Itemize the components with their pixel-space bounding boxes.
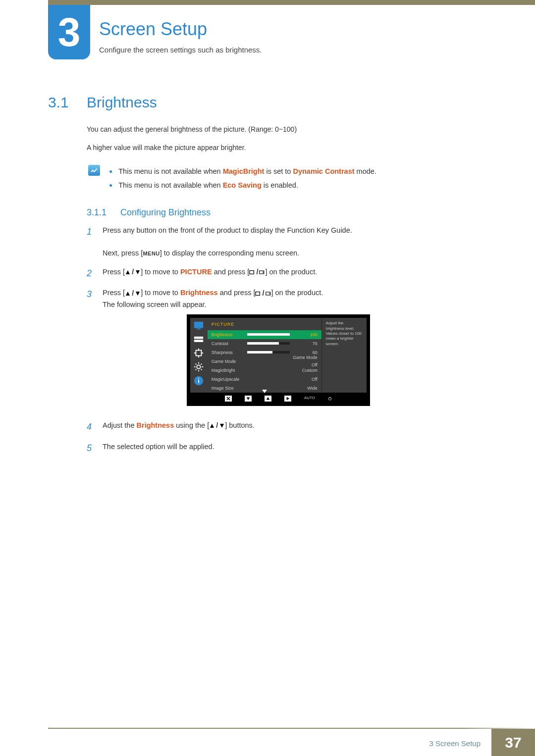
paragraph-brighter: A higher value will make the picture app… [87, 144, 500, 151]
osd-header: PICTURE [208, 318, 321, 330]
osd-row: MagicUpscaleOff [208, 375, 321, 384]
top-border [48, 0, 535, 5]
osd-side-color-icon [193, 335, 204, 344]
osd-power-icon [328, 397, 332, 401]
svg-marker-19 [267, 397, 269, 400]
svg-point-13 [197, 365, 201, 369]
osd-row-value-wrap: Custom [247, 367, 318, 374]
step-number: 3 [87, 287, 94, 412]
osd-side-picture-icon [193, 321, 204, 330]
osd-right-icon [284, 396, 291, 402]
osd-close-icon [225, 396, 232, 402]
svg-rect-22 [330, 397, 330, 398]
osd-scroll-down-icon [262, 390, 267, 394]
chapter-number: 3 [58, 12, 81, 52]
up-down-icon: / [209, 420, 225, 431]
step-number: 4 [87, 420, 94, 434]
svg-marker-0 [126, 270, 130, 274]
osd-row-label: Brightness [212, 331, 247, 338]
svg-rect-6 [256, 292, 260, 295]
up-down-icon: / [125, 288, 141, 299]
note-list: ● This menu is not available when MagicB… [109, 165, 500, 192]
svg-rect-9 [197, 329, 201, 330]
enter-source-icon: / [249, 266, 265, 278]
note-item: ● This menu is not available when Eco Sa… [109, 179, 500, 193]
osd-bottom-bar: AUTO [190, 393, 367, 403]
svg-marker-23 [210, 424, 214, 428]
osd-up-icon [265, 396, 271, 402]
svg-marker-24 [220, 424, 224, 428]
svg-rect-8 [194, 322, 203, 328]
bullet-icon: ● [109, 180, 112, 194]
osd-row-label: Sharpness [212, 349, 247, 356]
step-body: Press [/] to move to PICTURE and press [… [103, 266, 317, 281]
osd-row: Brightness100 [208, 330, 321, 339]
osd-row-value-wrap: Wide [247, 385, 318, 392]
step-item: 4 Adjust the Brightness using the [/] bu… [87, 420, 500, 434]
osd-row-label: Image Size [212, 385, 247, 392]
note-text: This menu is not available when Eco Savi… [118, 179, 298, 193]
osd-sidebar [190, 318, 208, 392]
osd-row: Contrast75 [208, 339, 321, 348]
step-body: Press any button on the front of the pro… [103, 225, 352, 259]
paragraph-range: You can adjust the general brightness of… [87, 125, 500, 133]
osd-row-label: MagicBright [212, 367, 247, 374]
osd-side-settings-icon [193, 362, 204, 371]
svg-marker-18 [247, 397, 250, 400]
osd-bar [247, 342, 290, 345]
osd-rows: Brightness100Contrast75Sharpness60Game M… [208, 330, 321, 393]
osd-row-value-wrap: 75 [247, 340, 318, 347]
footer-chapter-label: 3 Screen Setup [429, 739, 481, 748]
chapter-badge: 3 [48, 5, 90, 59]
svg-rect-16 [198, 378, 199, 379]
bullet-icon: ● [109, 166, 112, 180]
steps-list: 1 Press any button on the front of the p… [87, 225, 500, 462]
step-body: The selected option will be applied. [103, 441, 214, 455]
section-number: 3.1 [48, 94, 69, 111]
osd-side-size-icon [193, 349, 204, 357]
up-down-icon: / [125, 266, 141, 278]
osd-screenshot: PICTURE Brightness100Contrast75Sharpness… [187, 314, 370, 405]
osd-row-value: 100 [293, 331, 318, 338]
step-item: 3 Press [/] to move to Brightness and pr… [87, 287, 500, 412]
osd-row: MagicBrightCustom [208, 366, 321, 375]
osd-side-info-icon [193, 376, 204, 385]
svg-marker-4 [126, 292, 130, 296]
step-body: Press [/] to move to Brightness and pres… [103, 287, 370, 412]
osd-auto-label: AUTO [304, 395, 315, 402]
osd-row-value-wrap: Off [247, 376, 318, 383]
footer-divider [48, 728, 535, 729]
osd-row-value: Custom [293, 367, 318, 374]
svg-marker-5 [136, 292, 140, 296]
step-number: 1 [87, 225, 94, 259]
svg-rect-11 [194, 340, 203, 342]
menu-key-label: MENU [143, 251, 160, 256]
step-item: 1 Press any button on the front of the p… [87, 225, 500, 259]
svg-rect-12 [196, 351, 202, 356]
osd-row-label: Game Mode [212, 358, 247, 365]
note-text: This menu is not available when MagicBri… [118, 165, 376, 179]
step-body: Adjust the Brightness using the [/] butt… [103, 420, 255, 434]
osd-row-value: Wide [293, 385, 318, 392]
svg-rect-15 [198, 380, 199, 383]
step-number: 2 [87, 266, 94, 281]
footer-page-number: 37 [491, 729, 535, 756]
enter-source-icon: / [255, 288, 271, 299]
osd-center: PICTURE Brightness100Contrast75Sharpness… [208, 318, 321, 392]
osd-bar [247, 333, 290, 336]
step-item: 2 Press [/] to move to PICTURE and press… [87, 266, 500, 281]
osd-bar-fill [247, 333, 290, 336]
osd-down-icon [245, 396, 252, 402]
chapter-title: Screen Setup [99, 19, 207, 40]
svg-marker-20 [287, 397, 290, 400]
svg-rect-10 [194, 337, 203, 339]
osd-row-label: MagicUpscale [212, 376, 247, 383]
osd-row-value: Off [293, 376, 318, 383]
osd-row-label: Contrast [212, 340, 247, 347]
note-item: ● This menu is not available when MagicB… [109, 165, 500, 179]
subsection-number: 3.1.1 [87, 207, 107, 218]
svg-rect-2 [250, 270, 254, 274]
chapter-subtitle: Configure the screen settings such as br… [99, 46, 262, 54]
osd-bar [247, 351, 290, 353]
osd-bar-fill [247, 351, 273, 353]
